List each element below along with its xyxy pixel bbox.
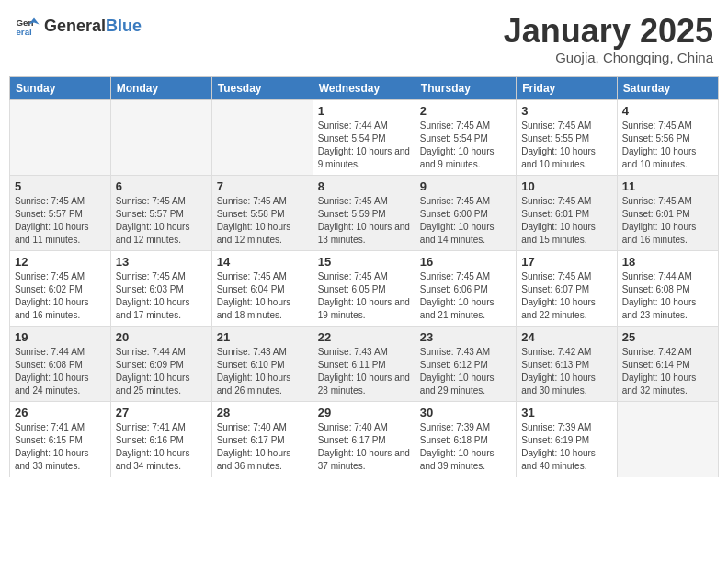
- day-number: 19: [15, 330, 106, 344]
- day-number: 8: [318, 179, 410, 193]
- day-number: 29: [318, 406, 410, 419]
- day-number: 11: [622, 179, 713, 193]
- day-info: Sunrise: 7:45 AM Sunset: 5:59 PM Dayligh…: [318, 195, 410, 247]
- day-info: Sunrise: 7:42 AM Sunset: 6:14 PM Dayligh…: [622, 346, 713, 397]
- day-number: 2: [420, 104, 511, 118]
- day-info: Sunrise: 7:45 AM Sunset: 6:06 PM Dayligh…: [420, 270, 511, 322]
- calendar-cell: 10Sunrise: 7:45 AM Sunset: 6:01 PM Dayli…: [517, 175, 617, 250]
- svg-text:eral: eral: [16, 27, 32, 37]
- day-info: Sunrise: 7:44 AM Sunset: 6:09 PM Dayligh…: [116, 346, 207, 397]
- weekday-header-friday: Friday: [517, 76, 617, 99]
- logo: Gen eral GeneralBlue: [15, 13, 142, 39]
- calendar-cell: 23Sunrise: 7:43 AM Sunset: 6:12 PM Dayli…: [415, 326, 516, 401]
- title-block: January 2025 Guojia, Chongqing, China: [504, 13, 713, 65]
- day-number: 27: [116, 406, 207, 419]
- day-number: 23: [420, 330, 511, 344]
- calendar-cell: [617, 401, 718, 477]
- day-number: 12: [15, 255, 106, 269]
- week-row-5: 26Sunrise: 7:41 AM Sunset: 6:15 PM Dayli…: [10, 401, 719, 477]
- weekday-header-monday: Monday: [110, 76, 211, 99]
- weekday-header-row: SundayMondayTuesdayWednesdayThursdayFrid…: [10, 76, 719, 99]
- day-number: 4: [622, 104, 713, 118]
- weekday-header-saturday: Saturday: [617, 76, 718, 99]
- day-info: Sunrise: 7:45 AM Sunset: 5:54 PM Dayligh…: [420, 120, 511, 171]
- header: Gen eral GeneralBlue January 2025 Guojia…: [9, 9, 719, 69]
- day-number: 31: [521, 406, 611, 419]
- logo-general-text: General: [44, 17, 106, 35]
- day-number: 26: [15, 406, 106, 419]
- calendar-cell: 5Sunrise: 7:45 AM Sunset: 5:57 PM Daylig…: [10, 175, 111, 250]
- day-info: Sunrise: 7:45 AM Sunset: 5:57 PM Dayligh…: [15, 195, 106, 247]
- calendar-cell: 9Sunrise: 7:45 AM Sunset: 6:00 PM Daylig…: [415, 175, 516, 250]
- day-info: Sunrise: 7:45 AM Sunset: 6:05 PM Dayligh…: [318, 270, 410, 322]
- weekday-header-wednesday: Wednesday: [313, 76, 415, 99]
- calendar-cell: 30Sunrise: 7:39 AM Sunset: 6:18 PM Dayli…: [415, 401, 516, 477]
- week-row-1: 1Sunrise: 7:44 AM Sunset: 5:54 PM Daylig…: [10, 99, 719, 175]
- day-info: Sunrise: 7:45 AM Sunset: 6:01 PM Dayligh…: [521, 195, 611, 247]
- calendar-cell: 24Sunrise: 7:42 AM Sunset: 6:13 PM Dayli…: [517, 326, 617, 401]
- day-info: Sunrise: 7:45 AM Sunset: 6:04 PM Dayligh…: [217, 270, 308, 322]
- day-info: Sunrise: 7:44 AM Sunset: 6:08 PM Dayligh…: [622, 270, 713, 322]
- calendar-cell: 31Sunrise: 7:39 AM Sunset: 6:19 PM Dayli…: [517, 401, 617, 477]
- day-number: 17: [521, 255, 611, 269]
- day-info: Sunrise: 7:43 AM Sunset: 6:12 PM Dayligh…: [420, 346, 511, 397]
- day-number: 10: [521, 179, 611, 193]
- calendar-cell: [211, 99, 313, 175]
- day-number: 25: [622, 330, 713, 344]
- day-info: Sunrise: 7:40 AM Sunset: 6:17 PM Dayligh…: [217, 421, 308, 473]
- day-number: 5: [15, 179, 106, 193]
- calendar-cell: 22Sunrise: 7:43 AM Sunset: 6:11 PM Dayli…: [313, 326, 415, 401]
- week-row-2: 5Sunrise: 7:45 AM Sunset: 5:57 PM Daylig…: [10, 175, 719, 250]
- calendar-cell: [110, 99, 211, 175]
- day-number: 18: [622, 255, 713, 269]
- calendar-cell: 21Sunrise: 7:43 AM Sunset: 6:10 PM Dayli…: [211, 326, 313, 401]
- day-number: 9: [420, 179, 511, 193]
- calendar-table: SundayMondayTuesdayWednesdayThursdayFrid…: [9, 76, 719, 477]
- week-row-4: 19Sunrise: 7:44 AM Sunset: 6:08 PM Dayli…: [10, 326, 719, 401]
- day-info: Sunrise: 7:43 AM Sunset: 6:11 PM Dayligh…: [318, 346, 410, 397]
- calendar-cell: 14Sunrise: 7:45 AM Sunset: 6:04 PM Dayli…: [211, 250, 313, 326]
- calendar-cell: 18Sunrise: 7:44 AM Sunset: 6:08 PM Dayli…: [617, 250, 718, 326]
- weekday-header-thursday: Thursday: [415, 76, 516, 99]
- day-info: Sunrise: 7:39 AM Sunset: 6:18 PM Dayligh…: [420, 421, 511, 473]
- calendar-cell: 2Sunrise: 7:45 AM Sunset: 5:54 PM Daylig…: [415, 99, 516, 175]
- calendar-cell: 8Sunrise: 7:45 AM Sunset: 5:59 PM Daylig…: [313, 175, 415, 250]
- day-number: 22: [318, 330, 410, 344]
- calendar-cell: 11Sunrise: 7:45 AM Sunset: 6:01 PM Dayli…: [617, 175, 718, 250]
- logo-blue-text: Blue: [106, 17, 142, 35]
- weekday-header-sunday: Sunday: [10, 76, 111, 99]
- day-info: Sunrise: 7:39 AM Sunset: 6:19 PM Dayligh…: [521, 421, 611, 473]
- calendar-title: January 2025: [504, 13, 713, 50]
- calendar-cell: 28Sunrise: 7:40 AM Sunset: 6:17 PM Dayli…: [211, 401, 313, 477]
- calendar-location: Guojia, Chongqing, China: [504, 50, 713, 65]
- day-info: Sunrise: 7:41 AM Sunset: 6:16 PM Dayligh…: [116, 421, 207, 473]
- calendar-cell: 7Sunrise: 7:45 AM Sunset: 5:58 PM Daylig…: [211, 175, 313, 250]
- calendar-cell: 25Sunrise: 7:42 AM Sunset: 6:14 PM Dayli…: [617, 326, 718, 401]
- day-info: Sunrise: 7:45 AM Sunset: 5:58 PM Dayligh…: [217, 195, 308, 247]
- day-number: 20: [116, 330, 207, 344]
- week-row-3: 12Sunrise: 7:45 AM Sunset: 6:02 PM Dayli…: [10, 250, 719, 326]
- calendar-cell: 19Sunrise: 7:44 AM Sunset: 6:08 PM Dayli…: [10, 326, 111, 401]
- day-number: 13: [116, 255, 207, 269]
- day-number: 16: [420, 255, 511, 269]
- calendar-cell: 16Sunrise: 7:45 AM Sunset: 6:06 PM Dayli…: [415, 250, 516, 326]
- day-number: 3: [521, 104, 611, 118]
- day-info: Sunrise: 7:40 AM Sunset: 6:17 PM Dayligh…: [318, 421, 410, 473]
- day-info: Sunrise: 7:45 AM Sunset: 5:56 PM Dayligh…: [622, 120, 713, 171]
- day-info: Sunrise: 7:44 AM Sunset: 5:54 PM Dayligh…: [318, 120, 410, 171]
- day-number: 14: [217, 255, 308, 269]
- calendar-cell: 17Sunrise: 7:45 AM Sunset: 6:07 PM Dayli…: [517, 250, 617, 326]
- day-info: Sunrise: 7:45 AM Sunset: 6:00 PM Dayligh…: [420, 195, 511, 247]
- calendar-cell: 29Sunrise: 7:40 AM Sunset: 6:17 PM Dayli…: [313, 401, 415, 477]
- calendar-cell: 12Sunrise: 7:45 AM Sunset: 6:02 PM Dayli…: [10, 250, 111, 326]
- day-number: 6: [116, 179, 207, 193]
- day-number: 28: [217, 406, 308, 419]
- calendar-cell: 4Sunrise: 7:45 AM Sunset: 5:56 PM Daylig…: [617, 99, 718, 175]
- logo-icon: Gen eral: [15, 13, 40, 39]
- calendar-cell: 6Sunrise: 7:45 AM Sunset: 5:57 PM Daylig…: [110, 175, 211, 250]
- day-info: Sunrise: 7:45 AM Sunset: 5:57 PM Dayligh…: [116, 195, 207, 247]
- day-info: Sunrise: 7:41 AM Sunset: 6:15 PM Dayligh…: [15, 421, 106, 473]
- day-info: Sunrise: 7:43 AM Sunset: 6:10 PM Dayligh…: [217, 346, 308, 397]
- day-number: 15: [318, 255, 410, 269]
- day-info: Sunrise: 7:44 AM Sunset: 6:08 PM Dayligh…: [15, 346, 106, 397]
